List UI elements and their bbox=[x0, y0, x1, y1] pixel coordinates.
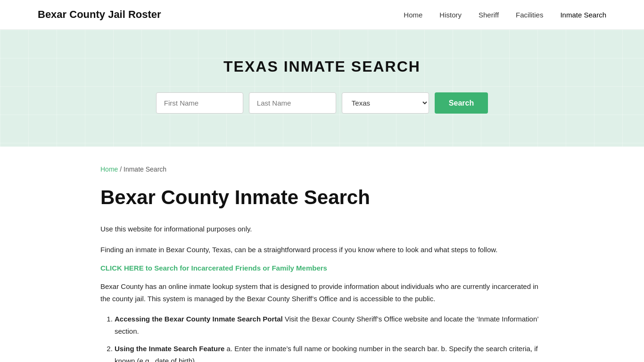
breadcrumb: Home / Inmate Search bbox=[100, 165, 544, 173]
breadcrumb-home-link[interactable]: Home bbox=[100, 165, 118, 173]
paragraph-3: Bexar County has an online inmate lookup… bbox=[100, 280, 544, 304]
site-header: Bexar County Jail Roster HomeHistorySher… bbox=[0, 0, 644, 30]
breadcrumb-separator: / bbox=[120, 165, 124, 173]
nav-link-inmate-search[interactable]: Inmate Search bbox=[560, 11, 606, 19]
instructions-list: Accessing the Bexar County Inmate Search… bbox=[100, 313, 544, 362]
main-nav: HomeHistorySheriffFacilitiesInmate Searc… bbox=[404, 11, 606, 19]
nav-link-home[interactable]: Home bbox=[404, 11, 422, 19]
paragraph-2: Finding an inmate in Bexar County, Texas… bbox=[100, 244, 544, 256]
last-name-input[interactable] bbox=[249, 92, 336, 114]
state-select[interactable]: TexasAlabamaAlaskaArizonaArkansasCalifor… bbox=[342, 92, 429, 114]
hero-section: TEXAS INMATE SEARCH TexasAlabamaAlaskaAr… bbox=[0, 30, 644, 147]
nav-link-history[interactable]: History bbox=[439, 11, 462, 19]
site-title: Bexar County Jail Roster bbox=[38, 8, 161, 21]
list-item-1: Accessing the Bexar County Inmate Search… bbox=[115, 313, 544, 337]
first-name-input[interactable] bbox=[156, 92, 243, 114]
search-form: TexasAlabamaAlaskaArizonaArkansasCalifor… bbox=[9, 92, 635, 114]
nav-link-sheriff[interactable]: Sheriff bbox=[479, 11, 499, 19]
list-item-2: Using the Inmate Search Feature a. Enter… bbox=[115, 343, 544, 362]
paragraph-1: Use this website for informational purpo… bbox=[100, 223, 544, 235]
nav-link-facilities[interactable]: Facilities bbox=[516, 11, 543, 19]
main-content: Home / Inmate Search Bexar County Inmate… bbox=[63, 147, 581, 362]
search-button[interactable]: Search bbox=[435, 92, 488, 114]
page-heading: Bexar County Inmate Search bbox=[100, 186, 544, 209]
hero-heading: TEXAS INMATE SEARCH bbox=[9, 58, 635, 75]
cta-link[interactable]: CLICK HERE to Search for Incarcerated Fr… bbox=[100, 264, 544, 272]
breadcrumb-current: Inmate Search bbox=[124, 165, 166, 173]
